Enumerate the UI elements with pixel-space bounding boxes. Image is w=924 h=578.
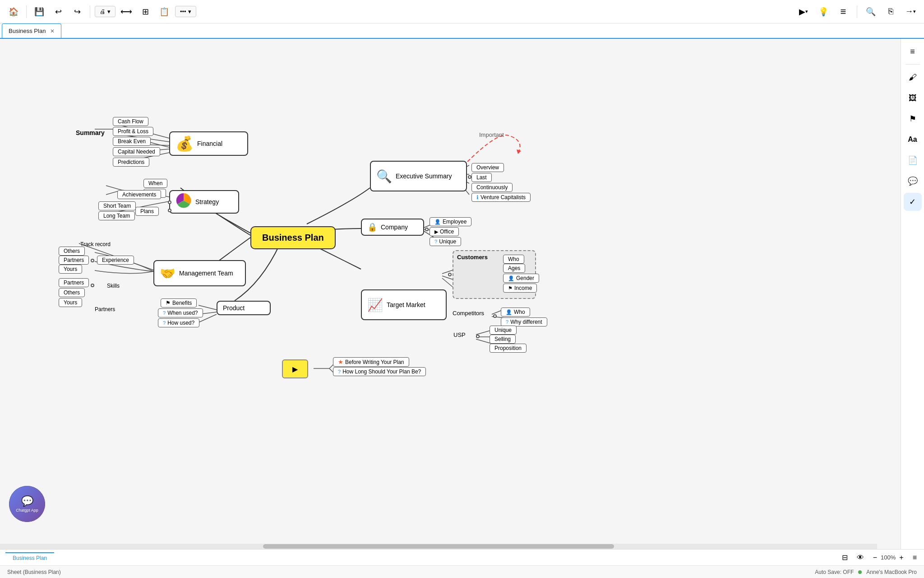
separator <box>90 5 90 18</box>
sidebar-font-button[interactable]: Aa <box>904 131 922 149</box>
tab-close-button[interactable]: ✕ <box>50 28 55 34</box>
bottom-yellow-node[interactable]: ▶ <box>282 359 308 378</box>
user-name: Anne's MacBook Pro <box>866 569 917 575</box>
why-diff-label: ?Why different <box>501 317 547 326</box>
presentation-arrow: ▾ <box>805 9 808 14</box>
redo-button[interactable]: ↪ <box>69 4 85 20</box>
benefits-icon: ⚑ <box>166 300 171 306</box>
achievements-label: Achievements <box>117 190 161 199</box>
yours-skills-label: Yours <box>59 298 82 307</box>
who-comp-label: 👤Who <box>501 308 530 317</box>
company-node[interactable]: 🔒 Company <box>361 219 424 236</box>
target-market-icon: 📈 <box>367 298 383 312</box>
business-plan-tab[interactable]: Business Plan ✕ <box>2 23 61 38</box>
sidebar-image-button[interactable]: 🖼 <box>904 89 922 107</box>
scrollbar-thumb[interactable] <box>263 544 614 549</box>
more-arrow: ▾ <box>188 8 191 15</box>
chat-icon: 💬 <box>908 176 918 186</box>
presentation-button[interactable]: ▶ ▾ <box>795 4 812 20</box>
search-button[interactable]: 🔍 <box>863 4 879 20</box>
sidebar-task-button[interactable]: ✓ <box>904 193 922 211</box>
strategy-node[interactable]: Strategy <box>169 190 239 214</box>
more-label: ••• <box>180 8 186 15</box>
chatgpt-button[interactable]: 💬 Chatgpt App <box>9 486 45 522</box>
income-label: ⚑Income <box>503 284 537 293</box>
long-team-label: Long Team <box>98 211 135 220</box>
partners-exp-label: Partners <box>59 256 89 265</box>
bottom-right: ⊟ 👁 − 100% + ≡ <box>840 552 919 563</box>
strategy-label: Strategy <box>195 198 219 205</box>
home-button[interactable]: 🏠 <box>5 4 22 20</box>
flag-icon: ⚑ <box>909 114 916 124</box>
executive-summary-node[interactable]: 🔍 Executive Summary <box>370 161 467 191</box>
bottom-node-icon: ▶ <box>292 365 298 373</box>
sidebar-paint-button[interactable]: 🖌 <box>904 68 922 86</box>
bottom-business-plan-tab[interactable]: Business Plan <box>5 552 54 563</box>
who-customer-label: Who <box>503 255 524 264</box>
who-comp-icon: 👤 <box>506 309 512 315</box>
skills-label: Skills <box>107 283 120 289</box>
executive-summary-label: Executive Summary <box>396 172 452 180</box>
usp-dot <box>476 335 480 338</box>
export-button[interactable]: → ▾ <box>902 4 919 20</box>
filter-button[interactable]: ⊟ <box>840 552 850 563</box>
sidebar-list-button[interactable]: ≡ <box>904 42 922 61</box>
central-node[interactable]: Business Plan <box>250 226 336 249</box>
export-icon: → <box>905 7 913 16</box>
competitors-dot <box>493 314 497 318</box>
bottom-tab-label: Business Plan <box>13 555 47 561</box>
svg-line-6 <box>106 186 122 190</box>
zoom-in-button[interactable]: + <box>897 553 905 563</box>
table-button[interactable]: ⊞ <box>137 4 153 20</box>
target-market-node[interactable]: 📈 Target Market <box>361 289 447 320</box>
export-arrow: ▾ <box>913 9 916 14</box>
separator <box>857 5 857 18</box>
auto-save-status: Auto Save: OFF <box>815 569 854 575</box>
experience-dot <box>91 259 94 262</box>
product-node[interactable]: Product <box>217 301 271 315</box>
office-label: ▶Office <box>430 227 459 236</box>
sidebar-separator <box>906 64 920 65</box>
print-button[interactable]: 🖨 ▾ <box>95 6 116 17</box>
short-team-label: Short Team <box>98 201 136 210</box>
when-label: When <box>143 179 167 188</box>
eye-button[interactable]: 👁 <box>855 553 866 563</box>
before-writing-label: ★ Before Writing Your Plan <box>333 357 409 367</box>
share-button[interactable]: ⎘ <box>882 4 899 20</box>
financial-icon: 💰 <box>176 135 194 152</box>
office-icon: ▶ <box>434 229 438 235</box>
management-team-node[interactable]: 🤝 Management Team <box>153 260 246 286</box>
tab-label: Business Plan <box>9 28 46 34</box>
venture-capitalists-label: ℹ Venture Capitalists <box>471 193 531 202</box>
right-sidebar: ≡ 🖌 🖼 ⚑ Aa 📄 💬 ✓ <box>901 39 924 549</box>
idea-button[interactable]: 💡 <box>815 4 832 20</box>
sidebar-flag-button[interactable]: ⚑ <box>904 110 922 128</box>
separator <box>26 5 27 18</box>
connector-button[interactable]: ⟷ <box>118 4 134 20</box>
mindmap-container: Business Plan 💰 Financial Summary Cash F… <box>0 39 901 549</box>
exec-summary-dot <box>468 175 471 179</box>
save-button[interactable]: 💾 <box>31 4 47 20</box>
summary-label: Summary <box>76 129 105 136</box>
sidebar-chat-button[interactable]: 💬 <box>904 172 922 190</box>
executive-summary-icon: 🔍 <box>376 169 392 184</box>
more-button[interactable]: ••• ▾ <box>175 6 196 17</box>
info-icon-vc: ℹ <box>476 194 479 200</box>
zoom-out-button[interactable]: − <box>871 553 879 563</box>
note-button[interactable]: 📋 <box>156 4 172 20</box>
outline-button[interactable]: ≡ <box>835 4 851 20</box>
menu-button[interactable]: ≡ <box>911 553 919 563</box>
toolbar: 🏠 💾 ↩ ↪ 🖨 ▾ ⟷ ⊞ 📋 ••• ▾ ▶ ▾ 💡 ≡ 🔍 ⎘ → ▾ <box>0 0 924 23</box>
canvas[interactable]: Business Plan 💰 Financial Summary Cash F… <box>0 39 901 549</box>
selling-label: Selling <box>490 335 516 344</box>
income-icon: ⚑ <box>508 285 513 291</box>
paint-icon: 🖌 <box>909 73 917 82</box>
management-team-label: Management Team <box>179 270 233 277</box>
canvas-scrollbar[interactable] <box>0 544 877 549</box>
when-used-icon: ? <box>163 310 166 316</box>
strategy-achievements-dot <box>168 200 171 204</box>
bottom-tabs: Business Plan <box>5 552 54 563</box>
sidebar-doc-button[interactable]: 📄 <box>904 151 922 169</box>
financial-node[interactable]: 💰 Financial <box>169 131 248 156</box>
undo-button[interactable]: ↩ <box>50 4 66 20</box>
